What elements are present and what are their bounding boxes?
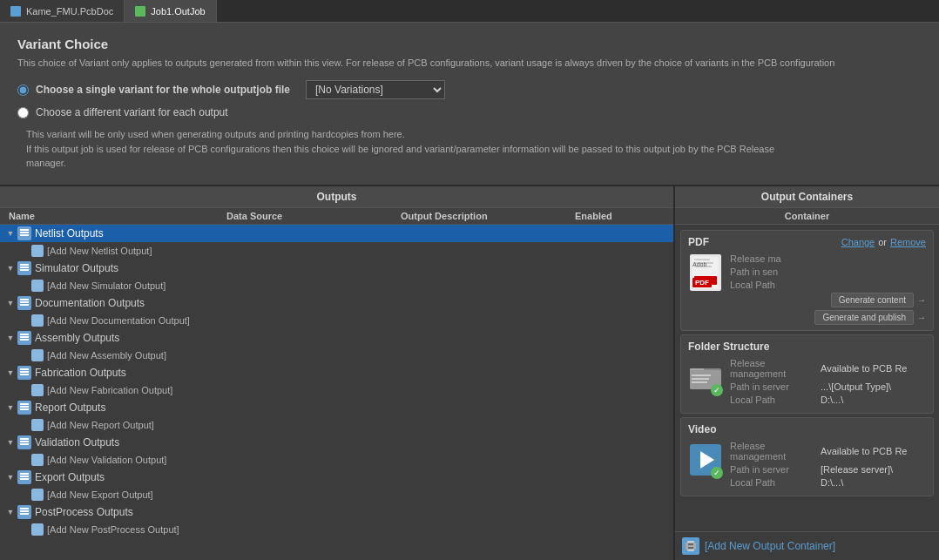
group-netlist-row[interactable]: ▼ Netlist Outputs (0, 225, 673, 242)
svg-rect-17 (688, 547, 693, 549)
group-report: ▼ Report Outputs [Add New Report Output] (0, 399, 673, 434)
group-export: ▼ Export Outputs [Add New Export Output] (0, 469, 673, 503)
add-netlist-label: [Add New Netlist Output] (47, 246, 152, 256)
pdf-publish-arrow: → (917, 313, 926, 322)
pdf-path-server-label: Path in sen (730, 267, 817, 277)
container-video: Video ✓ Release management (680, 417, 934, 496)
variant-note-line1: This variant will be only used when gene… (26, 129, 405, 139)
tab-pcbdoc-label: Kame_FMU.PcbDoc (26, 6, 113, 17)
pdf-release-row: Release ma (730, 253, 926, 264)
folder-path-server-value: ...\[Output Type]\ (821, 381, 926, 392)
video-path-server-row: Path in server [Release server]\ (730, 464, 926, 475)
group-assembly: ▼ Assembly Outputs [Add New Assembly Out… (0, 329, 673, 364)
add-fabrication-label: [Add New Fabrication Output] (47, 385, 172, 395)
pdf-info: Release ma Path in sen Local Path Genera… (730, 253, 926, 325)
pdf-actions: Change or Remove (841, 237, 926, 247)
group-assembly-row[interactable]: ▼ Assembly Outputs (0, 329, 673, 347)
group-simulator-label: Simulator Outputs (35, 262, 118, 274)
containers-col-header: Container (675, 208, 939, 225)
group-export-row[interactable]: ▼ Export Outputs (0, 469, 673, 486)
group-validation-row[interactable]: ▼ Validation Outputs (0, 434, 673, 451)
add-export-label: [Add New Export Output] (47, 489, 153, 500)
pdf-generate-content-btn[interactable]: Generate content (831, 293, 914, 307)
add-netlist-output[interactable]: [Add New Netlist Output] (0, 242, 673, 260)
group-export-icon (17, 470, 31, 484)
pdf-change-btn[interactable]: Change (841, 237, 875, 247)
video-path-server-value: [Release server]\ (821, 464, 926, 475)
add-report-output[interactable]: [Add New Report Output] (0, 416, 673, 434)
group-simulator: ▼ Simulator Outputs [Add New Simulator O… (0, 260, 673, 294)
svg-rect-11 (692, 381, 707, 383)
pdf-local-path-row: Local Path (730, 280, 926, 290)
add-documentation-label: [Add New Documentation Output] (47, 315, 190, 326)
group-fabrication-label: Fabrication Outputs (35, 367, 126, 379)
group-fabrication: ▼ Fabrication Outputs [Add New Fabricati… (0, 364, 673, 399)
folder-release-label: Release management (730, 358, 817, 379)
add-simulator-output[interactable]: [Add New Simulator Output] (0, 277, 673, 294)
col-description-header: Output Description (401, 211, 575, 221)
group-postprocess-label: PostProcess Outputs (35, 506, 133, 518)
add-icon-svg (684, 539, 698, 553)
arrow-report: ▼ (5, 402, 16, 413)
add-assembly-label: [Add New Assembly Output] (47, 350, 166, 361)
group-netlist-label: Netlist Outputs (35, 227, 104, 240)
group-documentation-row[interactable]: ▼ Documentation Outputs (0, 294, 673, 312)
group-netlist-icon (17, 226, 31, 240)
radio-different[interactable] (17, 107, 29, 118)
group-simulator-row[interactable]: ▼ Simulator Outputs (0, 260, 673, 277)
group-postprocess-icon (17, 505, 31, 519)
add-postprocess-icon (31, 523, 44, 536)
pdf-generate-publish-btn[interactable]: Generate and publish (814, 310, 914, 325)
tab-outjob[interactable]: Job1.OutJob (125, 0, 216, 22)
folder-card-header: Folder Structure (688, 341, 926, 353)
group-validation-icon (17, 435, 31, 449)
arrow-export: ▼ (5, 472, 16, 482)
add-simulator-label: [Add New Simulator Output] (47, 280, 166, 291)
pdf-remove-btn[interactable]: Remove (890, 237, 926, 247)
add-export-output[interactable]: [Add New Export Output] (0, 486, 673, 503)
tab-bar: Kame_FMU.PcbDoc Job1.OutJob (0, 0, 939, 23)
add-assembly-output[interactable]: [Add New Assembly Output] (0, 347, 673, 364)
add-documentation-output[interactable]: [Add New Documentation Output] (0, 312, 673, 329)
video-title: Video (688, 423, 716, 435)
radio-single[interactable] (17, 84, 29, 96)
video-thumb: ✓ (688, 441, 723, 479)
pdf-action-row: Generate content → (730, 293, 926, 307)
variant-title: Variant Choice (17, 37, 922, 51)
add-postprocess-output[interactable]: [Add New PostProcess Output] (0, 521, 673, 538)
group-validation: ▼ Validation Outputs [Add New Validation… (0, 434, 673, 469)
variant-dropdown[interactable]: [No Variations] (306, 80, 445, 99)
add-container-row[interactable]: [Add New Output Container] (675, 531, 939, 560)
arrow-assembly: ▼ (5, 333, 16, 343)
folder-local-path-row: Local Path D:\...\ (730, 395, 926, 405)
folder-local-path-value: D:\...\ (821, 395, 926, 405)
group-postprocess: ▼ PostProcess Outputs [Add New PostProce… (0, 503, 673, 538)
video-release-value: Available to PCB Re (821, 446, 926, 456)
tab-pcbdoc[interactable]: Kame_FMU.PcbDoc (0, 0, 125, 22)
containers-panel: Output Containers Container PDF Change o… (675, 186, 939, 560)
variant-note-line2: If this output job is used for release o… (26, 144, 774, 154)
variant-panel: Variant Choice This choice of Variant on… (0, 23, 939, 186)
folder-release-row: Release management Available to PCB Re (730, 358, 926, 379)
add-assembly-icon (31, 349, 44, 361)
add-documentation-icon (31, 314, 44, 327)
group-fabrication-row[interactable]: ▼ Fabrication Outputs (0, 364, 673, 381)
pdf-path-server-row: Path in sen (730, 267, 926, 277)
group-report-row[interactable]: ▼ Report Outputs (0, 399, 673, 416)
folder-title: Folder Structure (688, 341, 769, 353)
svg-rect-5 (694, 266, 712, 267)
add-fabrication-output[interactable]: [Add New Fabrication Output] (0, 381, 673, 399)
add-container-label[interactable]: [Add New Output Container] (705, 540, 835, 552)
pdf-local-path-label: Local Path (730, 280, 817, 290)
radio-group-single: Choose a single variant for the whole ou… (17, 80, 922, 99)
outputs-list: ▼ Netlist Outputs [Add New Netlist Outpu… (0, 225, 673, 560)
add-validation-output[interactable]: [Add New Validation Output] (0, 451, 673, 469)
variant-desc: This choice of Variant only applies to o… (17, 57, 922, 70)
pdf-card-body: PDF Release ma (688, 253, 926, 325)
folder-path-server-label: Path in server (730, 381, 817, 392)
pdf-publish-row: Generate and publish → (730, 310, 926, 325)
arrow-postprocess: ▼ (5, 507, 16, 517)
video-local-path-value: D:\...\ (821, 477, 926, 488)
group-postprocess-row[interactable]: ▼ PostProcess Outputs (0, 503, 673, 521)
arrow-validation: ▼ (5, 437, 16, 448)
